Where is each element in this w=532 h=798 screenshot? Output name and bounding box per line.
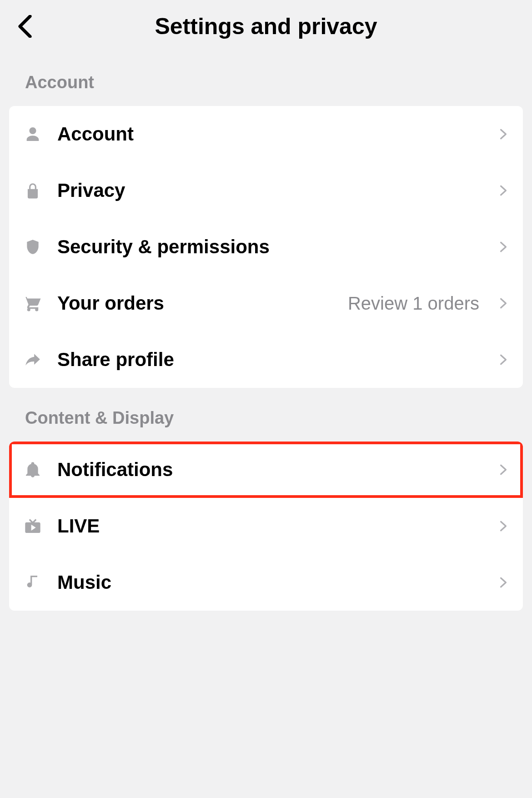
back-button[interactable] — [14, 15, 36, 38]
item-label: Notifications — [57, 459, 483, 481]
item-label: Share profile — [57, 349, 483, 371]
cart-icon — [23, 293, 43, 313]
header: Settings and privacy — [0, 0, 532, 52]
chevron-right-icon — [497, 354, 509, 366]
item-label: Privacy — [57, 180, 483, 201]
chevron-right-icon — [497, 520, 509, 532]
chevron-right-icon — [497, 297, 509, 309]
item-label: Your orders — [57, 292, 333, 314]
shield-icon — [23, 237, 43, 257]
account-card: Account Privacy Security & permissions Y… — [9, 106, 523, 388]
list-item-account[interactable]: Account — [9, 106, 523, 162]
item-label: Account — [57, 123, 483, 145]
list-item-security[interactable]: Security & permissions — [9, 219, 523, 275]
page-title: Settings and privacy — [155, 13, 377, 40]
tv-icon — [23, 516, 43, 536]
person-icon — [23, 124, 43, 144]
chevron-right-icon — [497, 185, 509, 196]
chevron-left-icon — [17, 15, 33, 38]
chevron-right-icon — [497, 464, 509, 476]
list-item-notifications[interactable]: Notifications — [9, 442, 523, 498]
content-card: Notifications LIVE Music — [9, 442, 523, 611]
share-icon — [23, 350, 43, 370]
section-heading-content: Content & Display — [0, 388, 532, 442]
music-icon — [23, 572, 43, 592]
list-item-orders[interactable]: Your orders Review 1 orders — [9, 275, 523, 331]
bell-icon — [23, 460, 43, 480]
lock-icon — [23, 181, 43, 201]
list-item-live[interactable]: LIVE — [9, 498, 523, 554]
chevron-right-icon — [497, 241, 509, 253]
item-label: Music — [57, 572, 483, 593]
item-detail: Review 1 orders — [348, 293, 479, 314]
item-label: Security & permissions — [57, 236, 483, 258]
section-heading-account: Account — [0, 52, 532, 106]
list-item-share[interactable]: Share profile — [9, 331, 523, 388]
chevron-right-icon — [497, 128, 509, 140]
chevron-right-icon — [497, 577, 509, 588]
item-label: LIVE — [57, 515, 483, 537]
list-item-music[interactable]: Music — [9, 554, 523, 611]
list-item-privacy[interactable]: Privacy — [9, 162, 523, 219]
